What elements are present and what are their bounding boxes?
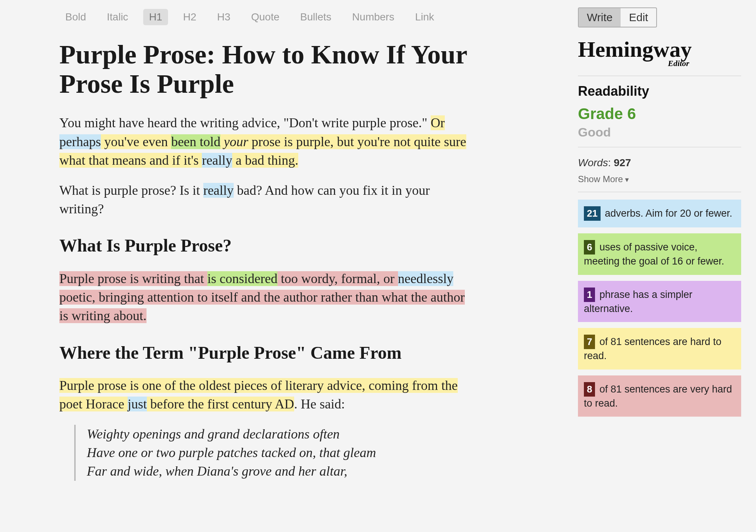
- italic-button[interactable]: Italic: [101, 9, 134, 25]
- paragraph[interactable]: Purple prose is writing that is consider…: [59, 269, 475, 325]
- text[interactable]: Purple prose is writing that: [59, 271, 207, 286]
- word-count-value: 927: [614, 157, 631, 168]
- quote-button[interactable]: Quote: [245, 9, 285, 25]
- text[interactable]: too wordy, formal, or: [277, 271, 398, 286]
- hard-text: of 81 sentences are hard to read.: [584, 336, 722, 361]
- readability-quality: Good: [578, 125, 741, 139]
- document-title[interactable]: Purple Prose: How to Know If Your Prose …: [59, 40, 475, 99]
- very-hard-stat-card[interactable]: 8 of 81 sentences are very hard to read.: [578, 375, 741, 417]
- passive-highlight[interactable]: is considered: [207, 271, 277, 286]
- complex-stat-card[interactable]: 1 phrase has a simpler alternative.: [578, 281, 741, 322]
- mode-toggle: Write Edit: [578, 7, 657, 27]
- h1-button[interactable]: H1: [143, 9, 168, 25]
- quote-line[interactable]: Far and wide, when Diana's grove and her…: [87, 462, 475, 480]
- text[interactable]: . He said:: [294, 397, 345, 411]
- complex-count: 1: [584, 288, 595, 302]
- quote-line[interactable]: Have one or two purple patches tacked on…: [87, 443, 475, 462]
- italic-text[interactable]: your: [224, 134, 248, 149]
- show-more-toggle[interactable]: Show More: [578, 174, 741, 184]
- quote-line[interactable]: Weighty openings and grand declarations …: [87, 425, 475, 443]
- passive-stat-card[interactable]: 6 uses of passive voice, meeting the goa…: [578, 233, 741, 275]
- hard-sentence[interactable]: Purple prose is one of the oldest pieces…: [59, 378, 458, 411]
- text[interactable]: you've even: [101, 134, 171, 149]
- paragraph[interactable]: You might have heard the writing advice,…: [59, 114, 475, 170]
- passive-highlight[interactable]: been told: [171, 134, 220, 149]
- adverb-highlight[interactable]: perhaps: [59, 134, 101, 149]
- adverb-highlight[interactable]: just: [128, 397, 147, 411]
- sidebar: Write Edit Hemingway Editor Readability …: [574, 0, 756, 532]
- divider: [578, 147, 741, 147]
- brand-logo: Hemingway Editor: [578, 39, 741, 68]
- h2-button[interactable]: H2: [177, 9, 202, 25]
- text[interactable]: before the first century AD: [147, 397, 294, 411]
- h3-button[interactable]: H3: [211, 9, 236, 25]
- readability-title: Readability: [578, 83, 741, 99]
- text[interactable]: You might have heard the writing advice,…: [59, 115, 431, 130]
- adverb-stat-card[interactable]: 21 adverbs. Aim for 20 or fewer.: [578, 200, 741, 227]
- adverb-highlight[interactable]: really: [202, 153, 232, 168]
- text[interactable]: poetic, bringing attention to itself and…: [59, 290, 465, 323]
- very-hard-sentence[interactable]: Purple prose is writing that is consider…: [59, 271, 465, 324]
- hard-count: 7: [584, 335, 595, 349]
- text[interactable]: Or: [431, 115, 445, 130]
- very-hard-text: of 81 sentences are very hard to read.: [584, 384, 732, 409]
- word-count: Words: 927: [578, 157, 741, 169]
- paragraph[interactable]: Purple prose is one of the oldest pieces…: [59, 376, 475, 414]
- readability-grade: Grade 6: [578, 105, 741, 123]
- adverb-highlight[interactable]: really: [203, 183, 234, 198]
- heading-2[interactable]: Where the Term "Purple Prose" Came From: [59, 340, 475, 365]
- divider: [578, 192, 741, 192]
- text[interactable]: [220, 134, 224, 149]
- paragraph[interactable]: What is purple prose? Is it really bad? …: [59, 181, 475, 219]
- bullets-button[interactable]: Bullets: [294, 9, 337, 25]
- write-mode-button[interactable]: Write: [579, 8, 621, 27]
- word-count-label: Words: [578, 157, 608, 168]
- document-content[interactable]: Purple Prose: How to Know If Your Prose …: [22, 33, 512, 488]
- text[interactable]: a bad thing.: [232, 153, 298, 168]
- blockquote[interactable]: Weighty openings and grand declarations …: [74, 425, 475, 481]
- brand-name: Hemingway: [578, 39, 741, 59]
- heading-2[interactable]: What Is Purple Prose?: [59, 233, 475, 258]
- bold-button[interactable]: Bold: [59, 9, 92, 25]
- passive-text: uses of passive voice, meeting the goal …: [584, 242, 724, 267]
- adverb-text: adverbs. Aim for 20 or fewer.: [602, 208, 732, 219]
- text[interactable]: What is purple prose? Is it: [59, 183, 203, 198]
- adverb-count: 21: [584, 206, 601, 221]
- passive-count: 6: [584, 240, 595, 254]
- divider: [578, 76, 741, 76]
- numbers-button[interactable]: Numbers: [346, 9, 400, 25]
- editor-pane: Bold Italic H1 H2 H3 Quote Bullets Numbe…: [0, 0, 574, 532]
- link-button[interactable]: Link: [409, 9, 440, 25]
- edit-mode-button[interactable]: Edit: [621, 8, 656, 27]
- complex-text: phrase has a simpler alternative.: [584, 289, 693, 314]
- formatting-toolbar: Bold Italic H1 H2 H3 Quote Bullets Numbe…: [22, 0, 552, 33]
- hard-stat-card[interactable]: 7 of 81 sentences are hard to read.: [578, 328, 741, 370]
- very-hard-count: 8: [584, 382, 595, 397]
- adverb-highlight[interactable]: needlessly: [398, 271, 454, 286]
